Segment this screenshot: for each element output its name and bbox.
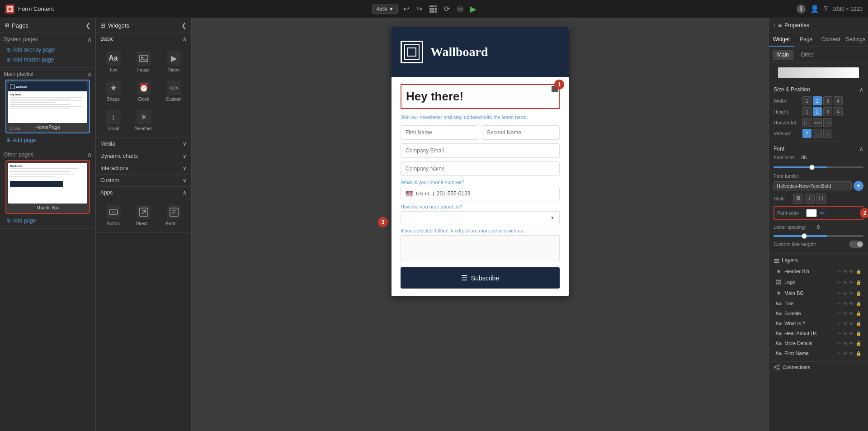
- phone-field[interactable]: 🇺🇸 US +1 |: [401, 187, 560, 200]
- font-family-select[interactable]: Helvetica-Now-Text-Bold: [774, 181, 852, 190]
- widget-shape[interactable]: ★ Shape: [99, 78, 127, 104]
- layer-title[interactable]: Aa Title ✏ ⊞ 👁 🔒: [774, 299, 863, 308]
- pages-collapse-button[interactable]: ❮: [85, 22, 91, 29]
- redo-button[interactable]: ↪: [415, 3, 424, 15]
- layer-first-name-visible[interactable]: 👁: [849, 351, 854, 356]
- help-icon[interactable]: ?: [824, 5, 828, 13]
- phone-number-input[interactable]: [437, 190, 555, 197]
- layer-hear-lock[interactable]: 🔒: [855, 331, 862, 336]
- home-add-page-button[interactable]: ⊕ Add page: [4, 135, 92, 145]
- size-position-collapse[interactable]: ∧: [859, 86, 863, 93]
- play-button[interactable]: ▶: [468, 2, 478, 16]
- add-overlay-button[interactable]: ⊕ Add overlay page: [4, 45, 92, 55]
- layer-subtitle-lock[interactable]: 🔒: [855, 311, 862, 316]
- layer-title-edit[interactable]: ✏: [837, 301, 841, 306]
- zoom-control[interactable]: 45% ▼: [372, 5, 398, 14]
- layer-main-bg-lock[interactable]: 🔒: [855, 291, 862, 296]
- widget-text[interactable]: Aa Text: [99, 48, 127, 75]
- company-name-input[interactable]: [401, 161, 560, 176]
- second-name-input[interactable]: [482, 125, 560, 140]
- media-section-header[interactable]: Media ∨: [96, 138, 191, 150]
- letter-spacing-slider[interactable]: [774, 235, 863, 237]
- widget-custom[interactable]: </> Custom: [160, 78, 188, 104]
- layer-hear-edit[interactable]: ✏: [837, 331, 841, 336]
- layer-logo-copy[interactable]: ⊞: [843, 280, 847, 285]
- layer-title-visible[interactable]: 👁: [849, 301, 854, 306]
- height-1[interactable]: 1: [802, 107, 811, 116]
- user-icon[interactable]: 👤: [810, 5, 819, 13]
- properties-expand-icon[interactable]: ›: [774, 22, 775, 28]
- horiz-right[interactable]: →|: [823, 118, 832, 127]
- layer-more-details-edit[interactable]: ✏: [837, 341, 841, 346]
- tab-content[interactable]: Content: [819, 33, 844, 47]
- widget-button[interactable]: Button: [99, 202, 127, 229]
- thankyou-thumbnail[interactable]: Thank you! Thank You: [5, 160, 90, 214]
- layer-what-is[interactable]: Aa What is # ✏ ⊞ 👁 🔒: [774, 319, 863, 328]
- other-add-page-button[interactable]: ⊕ Add page: [4, 216, 92, 226]
- layer-what-is-lock[interactable]: 🔒: [855, 321, 862, 326]
- layer-header-bg[interactable]: ★ Header BG ✏ ⊞ 👁 🔒: [774, 266, 863, 276]
- widgets-collapse-button[interactable]: ❮: [181, 22, 187, 29]
- add-master-button[interactable]: ⊕ Add master page: [4, 55, 92, 65]
- layer-first-name-lock[interactable]: 🔒: [855, 351, 862, 356]
- main-playlist-collapse[interactable]: ∧: [87, 71, 92, 78]
- custom-section-header[interactable]: Custom ∨: [96, 175, 191, 186]
- layer-more-details[interactable]: Aa More Details ✏ ⊞ 👁 🔒: [774, 339, 863, 348]
- italic-button[interactable]: I: [805, 194, 815, 204]
- width-3[interactable]: 3: [823, 96, 832, 105]
- layer-subtitle-edit[interactable]: ✏: [837, 311, 841, 316]
- other-pages-collapse[interactable]: ∧: [87, 151, 92, 158]
- layer-logo-edit[interactable]: ✏: [837, 280, 841, 285]
- layer-what-is-visible[interactable]: 👁: [849, 321, 854, 326]
- subtab-main[interactable]: Main: [773, 50, 793, 60]
- layer-first-name-copy[interactable]: ⊞: [843, 351, 847, 356]
- company-email-input[interactable]: [401, 143, 560, 158]
- refresh-button[interactable]: ⟳: [442, 3, 452, 15]
- interactions-header[interactable]: Interactions ∨: [96, 162, 191, 174]
- layer-logo[interactable]: 🖼 Logo ✏ ⊞ 👁 🔒: [774, 277, 863, 287]
- font-section-collapse[interactable]: ∧: [859, 146, 863, 152]
- layer-main-bg-copy[interactable]: ⊞: [843, 291, 847, 296]
- font-add-button[interactable]: +: [854, 181, 863, 191]
- widget-image[interactable]: Image: [130, 48, 157, 75]
- grid-toggle-button[interactable]: [428, 4, 439, 14]
- widget-video[interactable]: ▶ Video: [160, 48, 188, 75]
- layer-hear-visible[interactable]: 👁: [849, 331, 854, 336]
- layer-header-bg-edit[interactable]: ✏: [837, 269, 841, 274]
- tab-widget[interactable]: Widget: [769, 33, 794, 47]
- custom-line-height-toggle[interactable]: [849, 241, 863, 248]
- widget-weather[interactable]: ☀ Weather: [130, 107, 157, 134]
- height-4[interactable]: 4: [834, 107, 843, 116]
- info-icon[interactable]: ℹ: [797, 5, 806, 14]
- layer-title-copy[interactable]: ⊞: [843, 301, 847, 306]
- subtab-other[interactable]: Other: [796, 50, 819, 60]
- layer-header-bg-lock[interactable]: 🔒: [855, 269, 862, 274]
- layer-header-bg-visible[interactable]: 👁: [849, 269, 854, 274]
- undo-button[interactable]: ↩: [401, 3, 411, 15]
- layer-first-name-edit[interactable]: ✏: [837, 351, 841, 356]
- widget-form[interactable]: Form ...: [160, 202, 188, 229]
- width-1[interactable]: 1: [802, 96, 811, 105]
- layer-header-bg-copy[interactable]: ⊞: [843, 269, 847, 274]
- font-size-slider[interactable]: [774, 166, 863, 168]
- layer-main-bg-visible[interactable]: 👁: [849, 291, 854, 296]
- layer-hear-about[interactable]: Aa Hear About Us ✏ ⊞ 👁 🔒: [774, 329, 863, 338]
- vert-bot[interactable]: ⤓: [823, 129, 832, 138]
- basic-section-header[interactable]: Basic ∧: [96, 33, 191, 45]
- height-3[interactable]: 3: [823, 107, 832, 116]
- width-4[interactable]: 4: [834, 96, 843, 105]
- vert-top[interactable]: ⤒: [802, 129, 811, 138]
- system-pages-collapse[interactable]: ∧: [87, 36, 92, 43]
- height-2[interactable]: 2: [813, 107, 822, 116]
- width-2[interactable]: 2: [813, 96, 822, 105]
- layer-subtitle-copy[interactable]: ⊞: [843, 311, 847, 316]
- multi-screen-button[interactable]: ⊞: [455, 3, 465, 15]
- underline-button[interactable]: U: [816, 194, 826, 204]
- dynamic-charts-header[interactable]: Dynamic charts ∨: [96, 150, 191, 162]
- layer-more-details-lock[interactable]: 🔒: [855, 341, 862, 346]
- layer-hear-copy[interactable]: ⊞: [843, 331, 847, 336]
- layer-logo-lock[interactable]: 🔒: [855, 280, 862, 285]
- layer-logo-visible[interactable]: 👁: [849, 280, 854, 285]
- tab-page[interactable]: Page: [794, 33, 819, 47]
- apps-section-header[interactable]: Apps ∧: [96, 187, 191, 199]
